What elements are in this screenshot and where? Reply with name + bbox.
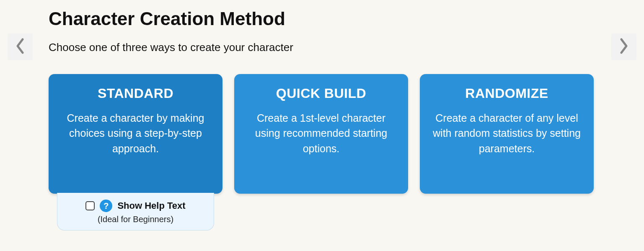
- help-text-panel: ? Show Help Text (Ideal for Beginners): [57, 193, 214, 231]
- card-description: Create a character of any level with ran…: [431, 110, 583, 156]
- question-icon: ?: [100, 200, 112, 212]
- next-button[interactable]: [611, 33, 636, 60]
- chevron-right-icon: [618, 38, 630, 56]
- method-card-standard[interactable]: STANDARD Create a character by making ch…: [49, 74, 222, 194]
- card-description: Create a character by making choices usi…: [59, 110, 212, 156]
- chevron-left-icon: [14, 38, 26, 56]
- method-cards: STANDARD Create a character by making ch…: [49, 74, 594, 194]
- card-title: STANDARD: [59, 86, 212, 101]
- help-text-label[interactable]: Show Help Text: [117, 200, 185, 211]
- card-title: RANDOMIZE: [431, 86, 583, 101]
- help-row: ? Show Help Text: [62, 200, 209, 212]
- page-title: Character Creation Method: [49, 8, 594, 29]
- method-card-quick-build[interactable]: QUICK BUILD Create a 1st-level character…: [234, 74, 408, 194]
- help-text-subtitle: (Ideal for Beginners): [62, 215, 209, 224]
- page-subtitle: Choose one of three ways to create your …: [49, 41, 594, 54]
- main-content: Character Creation Method Choose one of …: [49, 8, 594, 194]
- card-title: QUICK BUILD: [245, 86, 397, 101]
- prev-button[interactable]: [8, 33, 33, 60]
- help-text-checkbox[interactable]: [85, 201, 95, 210]
- card-description: Create a 1st-level character using recom…: [245, 110, 397, 156]
- method-card-randomize[interactable]: RANDOMIZE Create a character of any leve…: [420, 74, 594, 194]
